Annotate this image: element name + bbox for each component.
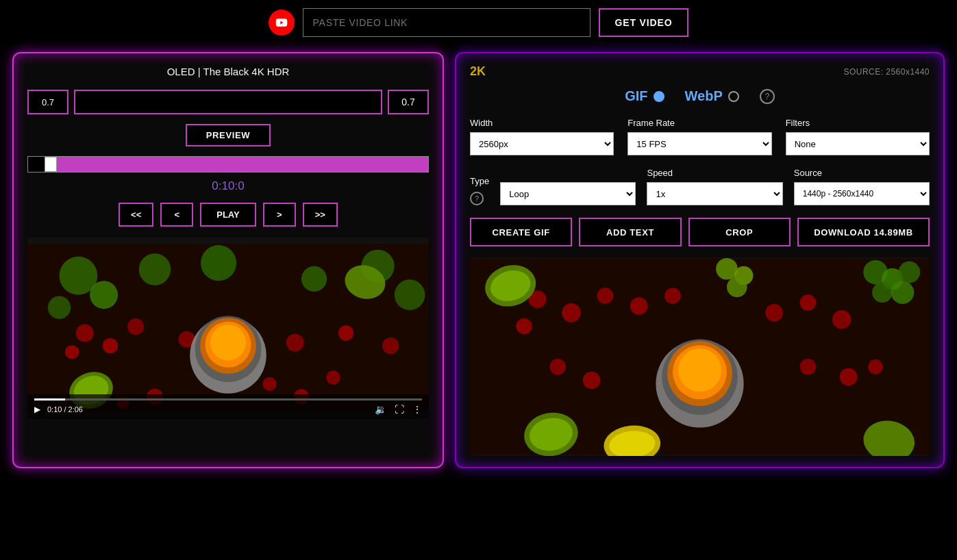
width-select[interactable]: 2560px 1920px 1280px 854px xyxy=(470,132,614,155)
svg-point-34 xyxy=(872,282,893,303)
video-play-icon[interactable]: ▶ xyxy=(34,405,40,414)
forward-fast-button[interactable]: >> xyxy=(303,203,338,227)
video-controls-bar: ▶ 0:10 / 2:06 🔉 ⛶ ⋮ xyxy=(27,394,429,419)
right-header: 2K SOURCE: 2560x1440 xyxy=(470,64,930,79)
svg-point-11 xyxy=(127,318,144,335)
gif-format-option[interactable]: GIF xyxy=(625,88,664,104)
preview-button[interactable]: PREVIEW xyxy=(186,124,271,147)
video-time-text: 0:10 / 2:06 xyxy=(47,405,83,413)
svg-point-41 xyxy=(562,303,581,322)
range-start-value: 0.7 xyxy=(42,97,54,107)
svg-point-9 xyxy=(76,324,94,342)
speed-label: Speed xyxy=(647,168,782,178)
progress-fill xyxy=(49,157,428,172)
controls-row: << < PLAY > >> xyxy=(27,203,429,227)
download-button[interactable]: DOWNLOAD 14.89MB xyxy=(797,218,930,246)
format-row: GIF WebP ? xyxy=(470,88,930,104)
svg-point-46 xyxy=(765,304,783,322)
range-end-value: 0.7 xyxy=(401,97,414,107)
create-gif-button[interactable]: CREATE GIF xyxy=(470,218,572,246)
video-title: OLED | The Black 4K HDR xyxy=(27,66,429,77)
main-content: OLED | The Black 4K HDR 0.7 0.7 0.7 PREV… xyxy=(0,45,957,481)
gif-label: GIF xyxy=(625,88,647,104)
svg-point-10 xyxy=(103,338,118,353)
range-start-box: 0.7 xyxy=(27,90,69,114)
type-help-icon[interactable]: ? xyxy=(470,192,484,205)
type-question: Type ? xyxy=(470,176,489,205)
source-select[interactable]: 1440p - 2560x1440 1080p - 1920x1080 720p… xyxy=(794,182,930,205)
volume-icon[interactable]: 🔉 xyxy=(375,404,386,415)
play-button[interactable]: PLAY xyxy=(200,203,256,227)
video-controls-icons: ▶ 0:10 / 2:06 🔉 ⛶ ⋮ xyxy=(34,404,422,415)
get-video-button[interactable]: GET VIDEO xyxy=(599,8,689,37)
action-buttons: CREATE GIF ADD TEXT CROP DOWNLOAD 14.89M… xyxy=(470,218,930,246)
gif-radio[interactable] xyxy=(654,91,664,102)
source-setting: Source 1440p - 2560x1440 1080p - 1920x10… xyxy=(794,168,930,205)
rewind-fast-button[interactable]: << xyxy=(119,203,153,227)
format-help-icon[interactable]: ? xyxy=(760,89,775,104)
framerate-select[interactable]: 15 FPS 10 FPS 24 FPS 30 FPS xyxy=(627,132,771,155)
filters-setting: Filters None Grayscale Blur Sharpen xyxy=(786,118,930,155)
svg-point-57 xyxy=(583,372,601,390)
filters-select[interactable]: None Grayscale Blur Sharpen xyxy=(786,132,930,155)
speed-select[interactable]: 1x 0.5x 2x xyxy=(647,182,782,205)
progress-bar[interactable] xyxy=(27,156,429,173)
right-panel: 2K SOURCE: 2560x1440 GIF WebP ? Width 25 xyxy=(455,52,945,468)
framerate-label: Frame Rate xyxy=(627,118,771,128)
svg-point-6 xyxy=(301,266,327,292)
webp-format-option[interactable]: WebP xyxy=(685,88,739,104)
framerate-setting: Frame Rate 15 FPS 10 FPS 24 FPS 30 FPS xyxy=(627,118,771,155)
forward-button[interactable]: > xyxy=(263,203,296,227)
svg-point-43 xyxy=(630,297,648,315)
resolution-badge: 2K xyxy=(470,64,486,79)
svg-point-55 xyxy=(678,348,721,392)
webp-radio[interactable] xyxy=(728,91,739,102)
source-text: SOURCE: 2560x1440 xyxy=(843,67,930,77)
svg-point-59 xyxy=(840,368,858,386)
rewind-button[interactable]: < xyxy=(160,203,193,227)
svg-point-45 xyxy=(516,318,532,335)
webp-label: WebP xyxy=(685,88,723,104)
svg-point-35 xyxy=(891,281,915,304)
svg-point-22 xyxy=(210,324,246,360)
svg-point-3 xyxy=(48,296,71,319)
type-label: Type xyxy=(470,176,489,186)
source-setting-label: Source xyxy=(794,168,930,178)
youtube-icon xyxy=(269,10,295,36)
svg-point-17 xyxy=(382,338,399,354)
speed-setting: Speed 1x 0.5x 2x xyxy=(647,168,782,205)
svg-point-5 xyxy=(201,245,236,281)
svg-point-8 xyxy=(395,279,425,310)
svg-point-48 xyxy=(832,310,852,329)
video-ctrl-icons: 🔉 ⛶ ⋮ xyxy=(375,404,422,415)
svg-point-30 xyxy=(326,370,340,384)
svg-point-2 xyxy=(90,281,118,309)
svg-point-44 xyxy=(664,288,681,304)
video-preview: ▶ 0:10 / 2:06 🔉 ⛶ ⋮ xyxy=(27,238,429,419)
fullscreen-icon[interactable]: ⛶ xyxy=(395,404,404,415)
svg-point-47 xyxy=(800,294,817,311)
more-icon[interactable]: ⋮ xyxy=(412,404,422,415)
settings-row2: Type ? Loop Bounce Once Speed 1x 0.5x 2x xyxy=(470,168,930,205)
svg-point-36 xyxy=(899,262,921,283)
progress-thumb[interactable] xyxy=(45,157,57,172)
video-progress-fill xyxy=(34,398,65,400)
type-setting: Loop Bounce Once xyxy=(500,182,636,205)
svg-point-58 xyxy=(800,359,817,375)
svg-point-12 xyxy=(65,345,79,359)
type-select[interactable]: Loop Bounce Once xyxy=(500,182,636,205)
left-panel: OLED | The Black 4K HDR 0.7 0.7 0.7 PREV… xyxy=(12,52,444,468)
svg-point-15 xyxy=(286,333,304,351)
svg-point-4 xyxy=(139,253,171,285)
svg-point-16 xyxy=(338,325,353,340)
range-value-input[interactable]: 0.7 xyxy=(74,90,382,114)
svg-point-26 xyxy=(262,377,276,391)
svg-point-39 xyxy=(727,277,747,298)
add-text-button[interactable]: ADD TEXT xyxy=(579,218,681,246)
url-input[interactable] xyxy=(303,8,591,37)
video-progress-bar[interactable] xyxy=(34,398,422,400)
svg-point-60 xyxy=(868,359,883,374)
settings-grid: Width 2560px 1920px 1280px 854px Frame R… xyxy=(470,118,930,155)
crop-button[interactable]: CROP xyxy=(688,218,791,246)
gif-preview xyxy=(470,257,930,456)
